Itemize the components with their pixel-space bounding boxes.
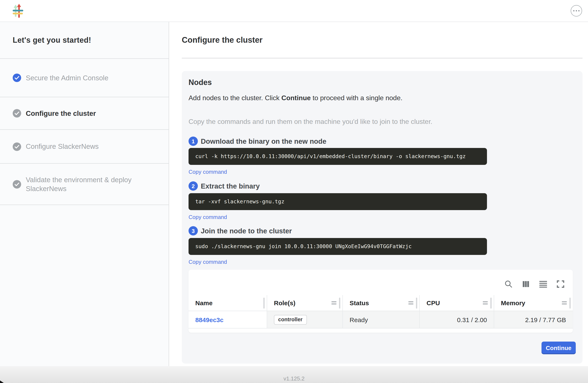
copy-command-link[interactable]: Copy command [189,214,227,221]
ellipsis-icon [571,5,582,17]
nodes-table-card: Name Role(s) Status CPU [189,270,573,333]
slackernews-logo [13,4,23,18]
version-label: v1.125.2 [283,375,305,382]
copy-command-link[interactable]: Copy command [189,169,227,175]
sidebar-title: Let's get you started! [0,22,169,59]
column-resize-handle[interactable] [263,298,265,308]
sidebar-item-label: Validate the environment & deploy Slacke… [26,175,137,193]
top-bar [0,0,588,22]
description-text: to proceed with a single node. [311,94,402,102]
table-search-button[interactable] [504,280,513,288]
column-label: Memory [501,299,525,306]
show-hide-columns-button[interactable] [522,280,530,288]
command-text: curl -k https://10.0.0.11:30000/api/v1/e… [189,148,487,165]
title-divider [182,58,583,58]
nodes-hint: Copy the commands and run them on the ma… [189,118,576,126]
main-panel: Configure the cluster Nodes Add nodes to… [169,22,588,366]
step-title: Download the binary on the new node [201,137,326,145]
nodes-description: Add nodes to the cluster. Click Continue… [189,94,576,102]
sidebar-item-label: Configure SlackerNews [26,142,99,151]
column-label: Name [195,299,213,306]
sidebar-item-label: Configure the cluster [26,109,96,118]
command-text: sudo ./slackernews-gnu join 10.0.0.11:30… [189,238,487,255]
column-header-name[interactable]: Name [189,295,267,311]
content-row: Let's get you started! Secure the Admin … [0,22,588,366]
description-bold-text: Continue [281,94,311,102]
fullscreen-toggle-button[interactable] [556,280,565,288]
table-toolbar [189,270,573,295]
node-status-cell: Ready [343,311,420,328]
copy-command-link[interactable]: Copy command [189,259,227,265]
check-circle-complete-icon [13,74,21,82]
command-snippet[interactable]: curl -k https://10.0.0.11:30000/api/v1/e… [189,148,487,165]
node-name-cell: 8849ec3c [189,311,267,328]
nodes-heading: Nodes [189,78,576,87]
node-memory-cell: 2.19 / 7.77 GB [494,311,573,328]
sidebar-item-configure-slackernews[interactable]: Configure SlackerNews [0,130,169,164]
command-text: tar -xvf slackernews-gnu.tgz [189,193,487,210]
overflow-menu-button[interactable] [571,5,582,17]
sidebar-item-label: Secure the Admin Console [26,73,108,82]
density-toggle-button[interactable] [539,280,547,288]
sidebar-item-secure-admin-console[interactable]: Secure the Admin Console [0,59,169,97]
footer: v1.125.2 [0,366,588,383]
column-label: CPU [426,299,440,306]
node-name-link[interactable]: 8849ec3c [195,316,224,323]
command-snippet[interactable]: tar -xvf slackernews-gnu.tgz [189,193,487,210]
step-number-badge: 3 [189,226,198,235]
step-title: Extract the binary [201,182,260,190]
density-icon [539,280,547,288]
fullscreen-icon [556,280,565,288]
column-drag-handle-icon[interactable] [562,301,567,304]
column-resize-handle[interactable] [569,298,571,308]
page-title: Configure the cluster [182,36,583,44]
column-resize-handle[interactable] [416,298,417,308]
command-snippet[interactable]: sudo ./slackernews-gnu join 10.0.0.11:30… [189,238,487,255]
column-drag-handle-icon[interactable] [331,301,336,304]
column-drag-handle-icon[interactable] [483,301,488,304]
step-1-header: 1 Download the binary on the new node [189,137,576,146]
columns-icon [522,280,530,288]
sidebar-item-configure-cluster[interactable]: Configure the cluster [0,97,169,130]
column-resize-handle[interactable] [490,298,492,308]
step-2-header: 2 Extract the binary [189,181,576,191]
search-icon [504,280,513,288]
column-header-memory[interactable]: Memory [494,295,573,311]
check-circle-pending-icon [13,109,21,118]
step-number-badge: 1 [189,137,198,146]
check-circle-pending-icon [13,142,21,151]
column-label: Status [350,299,369,306]
nodes-card: Nodes Add nodes to the cluster. Click Co… [182,71,583,363]
check-circle-pending-icon [13,180,21,188]
column-resize-handle[interactable] [339,298,340,308]
column-header-status[interactable]: Status [343,295,420,311]
step-3-header: 3 Join the node to the cluster [189,226,576,235]
column-drag-handle-icon[interactable] [408,301,413,304]
column-header-cpu[interactable]: CPU [420,295,494,311]
node-cpu-cell: 0.31 / 2.00 [420,311,494,328]
setup-sidebar: Let's get you started! Secure the Admin … [0,22,169,366]
description-text: Add nodes to the cluster. Click [189,94,281,102]
column-label: Role(s) [274,299,295,306]
step-number-badge: 2 [189,181,198,191]
column-header-roles[interactable]: Role(s) [267,295,343,311]
sidebar-item-validate-deploy[interactable]: Validate the environment & deploy Slacke… [0,164,169,205]
app-window: Let's get you started! Secure the Admin … [0,0,588,383]
role-chip: controller [274,315,307,324]
nodes-table: Name Role(s) Status CPU [189,295,573,328]
node-roles-cell: controller [267,311,343,328]
continue-button[interactable]: Continue [542,341,576,354]
step-title: Join the node to the cluster [201,227,292,235]
